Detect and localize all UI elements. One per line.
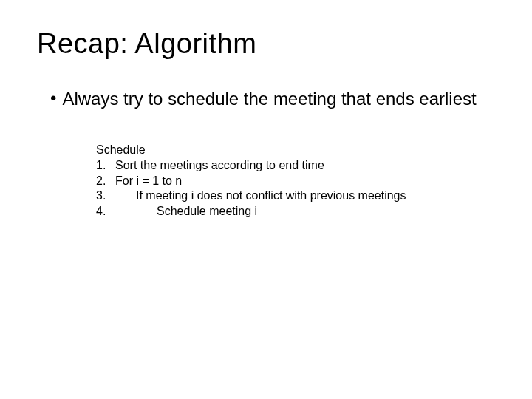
algorithm-heading: Schedule: [96, 143, 495, 158]
algorithm-step-number: 2.: [96, 174, 115, 189]
algorithm-step-text: Sort the meetings according to end time: [115, 158, 324, 174]
algorithm-line: 4. Schedule meeting i: [96, 204, 495, 219]
algorithm-line: 1. Sort the meetings according to end ti…: [96, 158, 495, 174]
bullet-marker-icon: •: [50, 88, 56, 109]
algorithm-block: Schedule 1. Sort the meetings according …: [96, 143, 495, 219]
bullet-text: Always try to schedule the meeting that …: [62, 88, 476, 110]
algorithm-line: 3. If meeting i does not conflict with p…: [96, 188, 495, 204]
algorithm-step-text: If meeting i does not conflict with prev…: [115, 188, 406, 204]
algorithm-step-number: 3.: [96, 188, 115, 204]
algorithm-line: 2. For i = 1 to n: [96, 174, 495, 189]
bullet-list: • Always try to schedule the meeting tha…: [50, 88, 495, 110]
slide: Recap: Algorithm • Always try to schedul…: [0, 0, 532, 399]
algorithm-step-number: 4.: [96, 204, 115, 219]
algorithm-step-text: For i = 1 to n: [115, 174, 182, 189]
algorithm-step-number: 1.: [96, 158, 115, 174]
slide-title: Recap: Algorithm: [37, 28, 495, 60]
bullet-item: • Always try to schedule the meeting tha…: [50, 88, 495, 110]
algorithm-step-text: Schedule meeting i: [115, 204, 257, 219]
